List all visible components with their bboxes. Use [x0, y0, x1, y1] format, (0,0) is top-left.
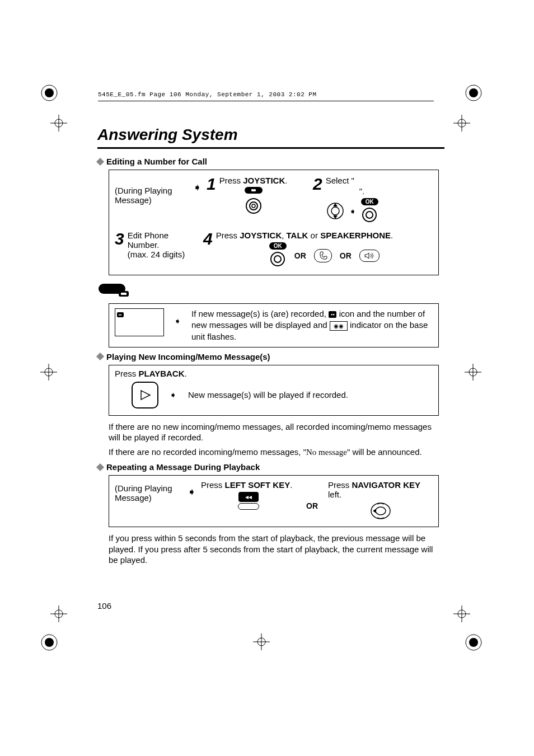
heading-editing-label: Editing a Number for Call: [106, 157, 207, 166]
repeating-step-box: (During Playing Message) ➧ Press LEFT SO…: [109, 475, 439, 527]
svg-point-32: [250, 202, 257, 210]
diamond-bullet-icon: [96, 157, 104, 165]
talk-button-icon: [314, 249, 332, 262]
left-softkey-text: Press LEFT SOFT KEY.: [201, 480, 296, 490]
play-para1: If there are no new incoming/memo messag…: [109, 421, 439, 443]
playback-button-icon: [132, 382, 158, 408]
svg-point-3: [469, 88, 478, 97]
repeat-para: If you press within 5 seconds from the s…: [109, 533, 439, 566]
svg-point-37: [366, 212, 373, 218]
heading-editing: Editing a Number for Call: [97, 157, 444, 166]
crosshair-top-right: [453, 115, 470, 133]
arrow-icon: ➧: [170, 390, 177, 400]
editing-step-box: (During Playing Message) ➧ 1 Press JOYST…: [109, 170, 439, 275]
heading-repeating-label: Repeating a Message During Playback: [106, 462, 260, 472]
svg-point-36: [363, 208, 376, 222]
svg-point-5: [45, 638, 54, 647]
menu-pill-icon: [244, 186, 263, 196]
new-message-text: If new message(s) is (are) recorded, ▪▪ …: [191, 308, 433, 342]
step3-line1: Edit Phone: [128, 231, 185, 240]
diamond-bullet-icon: [96, 463, 104, 471]
step-number-1: 1: [207, 176, 216, 192]
page-number: 106: [97, 601, 111, 611]
step2-text: Select ": [326, 176, 354, 185]
svg-point-44: [376, 507, 386, 515]
speakerphone-button-icon: [359, 250, 380, 262]
joystick-icon: [269, 251, 286, 269]
tape-lcd-icon: ▪▪: [117, 312, 124, 317]
arrow-icon: ➧: [174, 308, 181, 326]
heading-playing: Playing New Incoming/Memo Message(s): [97, 352, 444, 361]
crosshair-mid-left: [40, 364, 57, 382]
registration-mark-top-right: [465, 84, 483, 102]
base-unit-icon: [97, 281, 444, 298]
step-number-4: 4: [203, 231, 213, 247]
arrow-icon: ➧: [349, 206, 357, 217]
play-para2: If there are no recorded incoming/memo m…: [109, 447, 439, 458]
step3-line3: (max. 24 digits): [128, 250, 185, 259]
svg-point-35: [331, 207, 339, 215]
left-soft-key-icon: ◂◂: [238, 492, 259, 510]
step1-text: Press JOYSTICK.: [219, 176, 288, 185]
step4-text: Press JOYSTICK, TALK or SPEAKERPHONE.: [216, 231, 393, 240]
ok-label-icon: OK: [269, 242, 287, 250]
svg-point-33: [252, 204, 255, 208]
navigator-key-left-icon: [369, 501, 392, 522]
new-message-box: ▪▪ ➧ If new message(s) is (are) recorded…: [109, 303, 439, 348]
tape-indicator-icon: ◉◉: [330, 321, 348, 331]
step3-line2: Number.: [128, 240, 185, 250]
or-label: OR: [290, 251, 311, 260]
registration-mark-top-left: [40, 84, 58, 102]
joystick-icon: [361, 206, 378, 225]
nav-key-text: Press NAVIGATOR KEY left.: [328, 480, 433, 499]
step2-after: ".: [326, 186, 365, 196]
lcd-screen-icon: ▪▪: [115, 308, 164, 336]
during-playing-label: (During Playing Message): [115, 483, 172, 503]
registration-mark-bottom-right: [465, 633, 483, 651]
arrow-icon: ➧: [193, 176, 201, 194]
crosshair-mid-right: [465, 364, 481, 382]
crosshair-bottom-left: [50, 605, 67, 624]
registration-mark-bottom-left: [40, 633, 58, 651]
svg-point-7: [469, 638, 478, 647]
during-playing-label: (During Playing Message): [115, 186, 172, 205]
play-bullet-text: New message(s) will be played if recorde…: [188, 390, 348, 400]
title-rule: [97, 147, 444, 149]
arrow-icon: ➧: [188, 480, 195, 498]
crosshair-bottom-right: [453, 605, 470, 624]
or-label: OR: [335, 251, 356, 260]
press-playback-text: Press PLAYBACK.: [115, 369, 433, 378]
ok-label-icon: OK: [361, 198, 378, 205]
crosshair-bottom-center: [253, 633, 270, 652]
svg-rect-42: [121, 293, 127, 295]
heading-repeating: Repeating a Message During Playback: [97, 462, 444, 472]
step-number-3: 3: [115, 231, 124, 247]
page-title: Answering System: [97, 126, 444, 144]
heading-playing-label: Playing New Incoming/Memo Message(s): [106, 352, 270, 361]
svg-point-31: [246, 199, 261, 213]
svg-point-1: [45, 88, 54, 97]
diamond-bullet-icon: [96, 353, 104, 360]
crosshair-top-left: [50, 115, 67, 133]
step-number-2: 2: [313, 176, 322, 192]
svg-point-38: [271, 252, 284, 266]
svg-rect-30: [251, 189, 256, 191]
joystick-icon: [245, 197, 263, 217]
tape-inline-icon: ▪▪: [329, 311, 336, 318]
or-label: OR: [302, 492, 322, 510]
nav-select-icon: [326, 201, 345, 222]
playing-step-box: Press PLAYBACK. ➧ New message(s) will be…: [109, 365, 439, 416]
header-filepath: 545E_E_05.fm Page 106 Monday, September …: [98, 91, 317, 98]
svg-point-39: [274, 256, 281, 262]
header-rule: [98, 101, 434, 101]
